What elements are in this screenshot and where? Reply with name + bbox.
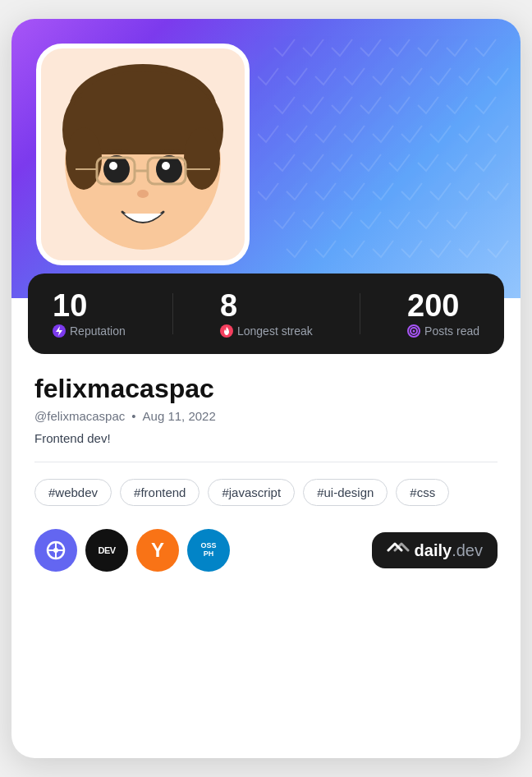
tags-container: #webdev #frontend #javascript #ui-design… — [34, 479, 498, 506]
watermark-pattern — [258, 19, 521, 298]
badge-ossph[interactable]: OSSPH — [187, 529, 230, 572]
profile-content: felixmacaspac @felixmacaspac • Aug 11, 2… — [11, 354, 521, 588]
avatar — [36, 44, 250, 265]
svg-point-12 — [156, 155, 182, 183]
streak-label: Longest streak — [237, 324, 313, 338]
posts-read-value: 200 — [407, 290, 479, 321]
stat-divider-2 — [360, 293, 360, 334]
svg-point-10 — [184, 127, 220, 190]
badge-yc[interactable]: Y — [136, 529, 179, 572]
tag-frontend[interactable]: #frontend — [120, 479, 200, 506]
streak-value: 8 — [220, 290, 313, 321]
svg-point-14 — [162, 162, 170, 170]
stat-divider-1 — [172, 293, 173, 334]
streak-stat: 8 Longest streak — [220, 290, 313, 338]
tag-javascript[interactable]: #javascript — [208, 479, 295, 506]
card-header — [11, 19, 521, 298]
posts-icon — [407, 324, 420, 338]
daily-dev-branding: daily.dev — [372, 532, 498, 568]
daily-dev-logo: daily.dev — [387, 540, 483, 560]
tag-ui-design[interactable]: #ui-design — [303, 479, 388, 506]
svg-point-23 — [413, 330, 415, 333]
daily-dev-chevron-icon — [387, 540, 410, 560]
reputation-value: 10 — [53, 290, 126, 321]
reputation-label: Reputation — [70, 324, 126, 338]
posts-read-stat: 200 Posts read — [407, 290, 479, 338]
flame-icon — [220, 324, 233, 338]
profile-card: 10 Reputation 8 Longest streak — [11, 19, 521, 758]
svg-point-11 — [103, 155, 130, 183]
user-bio: Frontend dev! — [34, 431, 498, 445]
user-handle: @felixmacaspac — [34, 409, 125, 423]
svg-point-20 — [137, 190, 149, 198]
posts-read-label: Posts read — [424, 324, 479, 338]
tag-css[interactable]: #css — [396, 479, 449, 506]
badge-codecircle[interactable] — [34, 529, 77, 572]
username: felixmacaspac — [34, 374, 498, 404]
svg-point-27 — [53, 548, 58, 553]
daily-dev-text: daily.dev — [415, 541, 483, 560]
user-meta: @felixmacaspac • Aug 11, 2022 — [34, 409, 498, 423]
reputation-stat: 10 Reputation — [53, 290, 126, 338]
badge-devto[interactable]: DEV — [85, 529, 128, 572]
join-date: Aug 11, 2022 — [143, 409, 216, 423]
badges-list: DEV Y OSSPH — [34, 529, 230, 572]
lightning-icon — [53, 324, 66, 338]
profile-divider — [34, 462, 498, 462]
stats-bar: 10 Reputation 8 Longest streak — [28, 274, 504, 354]
meta-dot: • — [131, 409, 135, 423]
svg-point-13 — [109, 162, 117, 170]
tag-webdev[interactable]: #webdev — [34, 479, 112, 506]
avatar-illustration — [44, 48, 241, 261]
badges-footer: DEV Y OSSPH — [34, 529, 498, 572]
svg-marker-21 — [56, 326, 62, 336]
